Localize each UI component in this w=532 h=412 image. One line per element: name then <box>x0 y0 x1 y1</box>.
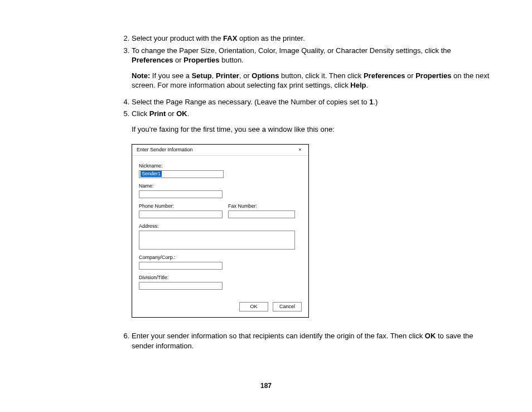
step-3: To change the Paper Size, Orientation, C… <box>132 46 493 90</box>
step3-or: or <box>173 56 183 64</box>
step6-bold-ok: OK <box>425 332 436 340</box>
address-input[interactable] <box>139 231 295 250</box>
note-c3: or <box>405 71 415 80</box>
note-properties: Properties <box>415 71 451 80</box>
note-preferences: Preferences <box>364 71 405 80</box>
name-input[interactable] <box>139 190 223 198</box>
ok-button[interactable]: OK <box>239 302 268 312</box>
step5-text1: Click <box>132 109 149 118</box>
step3-text1: To change the Paper Size, Orientation, C… <box>132 46 451 55</box>
step5-bold-ok: OK <box>176 109 187 118</box>
note-t4: . <box>366 81 369 89</box>
page-number: 187 <box>0 382 532 390</box>
step3-note: Note: If you see a Setup, Printer, or Op… <box>132 71 493 90</box>
step5-or: or <box>166 109 176 118</box>
step3-bold-properties: Properties <box>183 56 219 64</box>
step4-text1: Select the Page Range as necessary. (Lea… <box>132 98 369 106</box>
note-c2: , or <box>239 71 252 80</box>
sender-info-dialog: Enter Sender Information × Nickname: Sen… <box>132 144 309 318</box>
step5-bold-print: Print <box>149 109 166 118</box>
company-input[interactable] <box>139 262 223 270</box>
division-label: Division/Title: <box>139 274 302 281</box>
address-label: Address: <box>139 223 302 229</box>
phone-label: Phone Number: <box>139 203 221 209</box>
dialog-titlebar: Enter Sender Information × <box>132 145 308 155</box>
close-icon[interactable]: × <box>296 146 304 153</box>
note-t1: If you see a <box>150 71 191 80</box>
fax-label: Fax Number: <box>228 203 294 209</box>
nickname-value: Sender1 <box>141 171 162 177</box>
step6-text1: Enter your sender information so that re… <box>132 332 425 340</box>
step-2: Select your product with the FAX option … <box>132 33 493 44</box>
company-label: Company/Corp.: <box>139 254 302 261</box>
step2-bold-fax: FAX <box>223 34 237 42</box>
division-input[interactable] <box>139 282 223 290</box>
note-t2: button, click it. Then click <box>279 71 364 80</box>
step2-text1: Select your product with the <box>132 34 223 42</box>
step5-sub: If you're faxing for the first time, you… <box>132 124 493 135</box>
step-6: Enter your sender information so that re… <box>132 331 493 351</box>
note-help: Help <box>350 81 366 89</box>
phone-input[interactable] <box>139 210 223 218</box>
step4-text2: .) <box>373 98 378 106</box>
nickname-label: Nickname: <box>139 162 302 169</box>
cancel-button[interactable]: Cancel <box>273 302 302 312</box>
note-c1: , <box>212 71 216 80</box>
nickname-input[interactable]: Sender1 <box>139 170 224 178</box>
note-options: Options <box>252 71 279 80</box>
step5-text2: . <box>187 109 190 118</box>
note-label: Note: <box>132 71 150 80</box>
step3-bold-preferences: Preferences <box>132 56 173 64</box>
step-4: Select the Page Range as necessary. (Lea… <box>132 97 493 107</box>
dialog-title: Enter Sender Information <box>137 146 193 153</box>
fax-input[interactable] <box>228 210 295 218</box>
note-printer: Printer <box>216 71 239 80</box>
step3-text2: button. <box>220 56 244 64</box>
note-setup: Setup <box>192 71 212 80</box>
step2-text2: option as the printer. <box>237 34 304 42</box>
step-5: Click Print or OK. If you're faxing for … <box>132 109 493 318</box>
name-label: Name: <box>139 183 302 189</box>
